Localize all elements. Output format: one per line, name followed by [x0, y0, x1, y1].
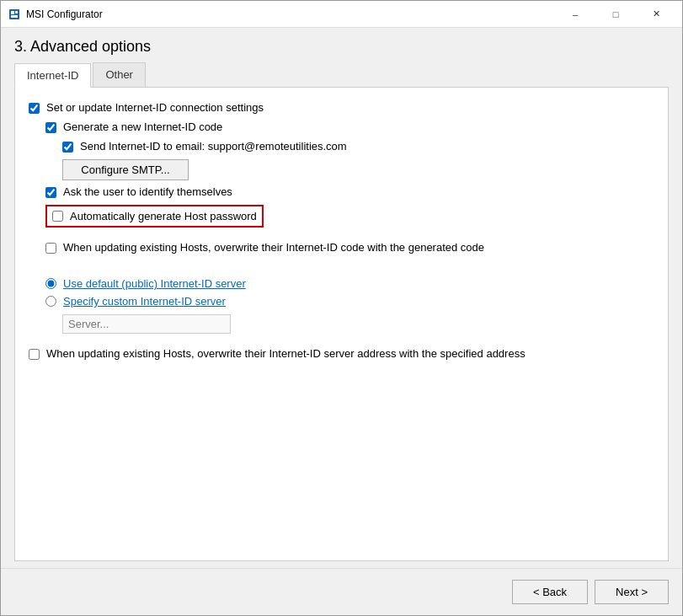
- window-controls: – □ ✕: [556, 1, 675, 28]
- svg-rect-3: [11, 15, 18, 18]
- tab-other[interactable]: Other: [93, 62, 146, 87]
- set-update-row: Set or update Internet-ID connection set…: [29, 101, 654, 114]
- app-icon: [8, 8, 21, 21]
- overwrite-existing-label[interactable]: When updating existing Hosts, overwrite …: [63, 241, 484, 254]
- ask-user-row: Ask the user to identify themselves: [45, 185, 654, 198]
- server-radio-group: Use default (public) Internet-ID server …: [29, 277, 654, 308]
- page-title: 3. Advanced options: [1, 28, 682, 62]
- server-input-container: [62, 314, 654, 334]
- generate-new-label[interactable]: Generate a new Internet-ID code: [63, 121, 222, 133]
- specify-custom-radio[interactable]: [45, 296, 56, 307]
- svg-rect-0: [9, 9, 19, 19]
- close-button[interactable]: ✕: [637, 1, 675, 28]
- main-window: MSI Configurator – □ ✕ 3. Advanced optio…: [0, 0, 683, 616]
- generate-new-checkbox[interactable]: [45, 122, 56, 133]
- next-button[interactable]: Next >: [595, 580, 669, 604]
- overwrite-server-label[interactable]: When updating existing Hosts, overwrite …: [46, 347, 526, 360]
- ask-user-label[interactable]: Ask the user to identify themselves: [63, 185, 232, 198]
- overwrite-server-checkbox[interactable]: [29, 349, 40, 360]
- tab-internet-id[interactable]: Internet-ID: [14, 63, 91, 88]
- use-default-row: Use default (public) Internet-ID server: [45, 277, 654, 290]
- tabs-bar: Internet-ID Other: [1, 62, 682, 87]
- send-email-checkbox[interactable]: [62, 142, 73, 153]
- overwrite-existing-row: When updating existing Hosts, overwrite …: [45, 241, 654, 254]
- svg-rect-1: [11, 11, 14, 14]
- set-update-checkbox[interactable]: [29, 103, 40, 114]
- ask-user-checkbox[interactable]: [45, 187, 56, 198]
- specify-custom-row: Specify custom Internet-ID server: [45, 295, 654, 308]
- configure-smtp-button[interactable]: Configure SMTP...: [62, 159, 189, 180]
- server-input[interactable]: [62, 314, 231, 334]
- back-button[interactable]: < Back: [512, 580, 588, 604]
- send-email-row: Send Internet-ID to email: support@remot…: [62, 140, 654, 153]
- overwrite-server-row: When updating existing Hosts, overwrite …: [29, 347, 654, 360]
- auto-generate-container: Automatically generate Host password: [45, 205, 654, 234]
- window-title: MSI Configurator: [26, 8, 556, 20]
- minimize-button[interactable]: –: [556, 1, 595, 28]
- maximize-button[interactable]: □: [596, 1, 635, 28]
- set-update-label[interactable]: Set or update Internet-ID connection set…: [46, 101, 264, 114]
- titlebar: MSI Configurator – □ ✕: [1, 1, 682, 28]
- use-default-label[interactable]: Use default (public) Internet-ID server: [63, 277, 246, 290]
- auto-generate-password-checkbox[interactable]: [52, 211, 63, 222]
- footer: < Back Next >: [1, 568, 682, 615]
- specify-custom-label[interactable]: Specify custom Internet-ID server: [63, 295, 226, 308]
- auto-generate-highlighted: Automatically generate Host password: [45, 205, 264, 228]
- svg-rect-2: [15, 11, 18, 13]
- auto-generate-password-label[interactable]: Automatically generate Host password: [70, 210, 257, 222]
- send-email-label[interactable]: Send Internet-ID to email: support@remot…: [80, 140, 347, 153]
- use-default-radio[interactable]: [45, 278, 56, 289]
- content-panel: Set or update Internet-ID connection set…: [14, 87, 669, 561]
- generate-new-row: Generate a new Internet-ID code: [45, 121, 654, 133]
- overwrite-existing-checkbox[interactable]: [45, 243, 56, 254]
